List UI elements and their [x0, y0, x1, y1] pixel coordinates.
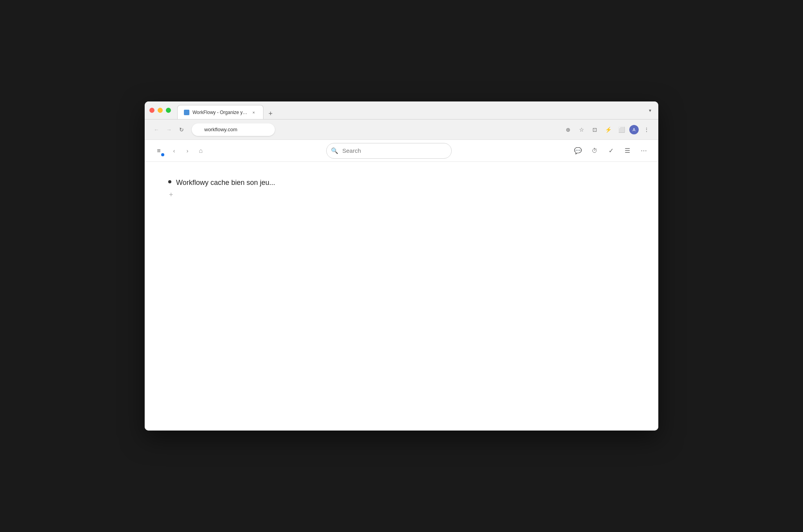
minimize-button[interactable] [158, 108, 163, 113]
active-tab[interactable]: WorkFlowy - Organize your b... × [177, 105, 263, 119]
comment-icon: 💬 [574, 147, 582, 154]
complete-button[interactable]: ✓ [604, 144, 618, 157]
sidebar-toggle-button[interactable]: ≡ [153, 145, 165, 157]
app-forward-icon: › [187, 147, 189, 154]
address-input[interactable] [192, 123, 275, 136]
app-back-icon: ‹ [173, 147, 175, 154]
chrome-menu-button[interactable]: ⋮ [641, 124, 652, 135]
profile-button[interactable]: A [629, 125, 639, 134]
app-forward-button[interactable]: › [182, 145, 193, 157]
star-icon: ☆ [579, 127, 584, 133]
add-item-button[interactable]: + [168, 191, 635, 198]
tab-close-button[interactable]: × [251, 109, 257, 116]
bookmark-star-button[interactable]: ☆ [576, 124, 587, 135]
more-options-button[interactable]: ⋯ [637, 144, 650, 157]
new-tab-button[interactable]: + [265, 108, 276, 119]
extension-icon: ⚡ [605, 127, 612, 133]
search-input[interactable] [326, 143, 452, 159]
bookmark-list-button[interactable]: ⊡ [589, 124, 600, 135]
tabs-area: WorkFlowy - Organize your b... × + [177, 101, 647, 119]
hamburger-icon: ≡ [157, 147, 160, 154]
list-view-button[interactable]: ☰ [621, 144, 634, 157]
notification-dot [161, 153, 164, 156]
extension-button[interactable]: ⚡ [603, 124, 614, 135]
chrome-dropdown-button[interactable]: ▾ [647, 107, 654, 114]
zoom-icon: ⊕ [566, 127, 570, 133]
profile-label: A [632, 127, 635, 132]
history-icon: ⏱ [592, 147, 598, 154]
maximize-button[interactable] [166, 108, 171, 113]
browser-window: WorkFlowy - Organize your b... × + ▾ ← →… [145, 101, 658, 431]
search-icon: 🔍 [331, 147, 338, 154]
chrome-controls: ▾ [647, 107, 654, 114]
list-icon: ☰ [625, 147, 630, 154]
back-button[interactable]: ← [151, 124, 162, 135]
app-back-button[interactable]: ‹ [168, 145, 180, 157]
tab-title: WorkFlowy - Organize your b... [193, 110, 247, 115]
zoom-button[interactable]: ⊕ [563, 124, 574, 135]
ellipsis-icon: ⋯ [641, 147, 647, 154]
history-button[interactable]: ⏱ [588, 144, 601, 157]
add-icon: + [169, 191, 173, 198]
bullet-item: Workflowy cache bien son jeu... [168, 177, 635, 188]
bookmark-icon: ⊡ [592, 127, 597, 133]
tab-favicon [184, 110, 189, 115]
bullet-text[interactable]: Workflowy cache bien son jeu... [176, 177, 275, 188]
address-bar: ← → ↻ 🔒 ⊕ ☆ ⊡ ⚡ [145, 119, 658, 140]
app-nav-buttons: ‹ › [168, 145, 193, 157]
bullet-dot [168, 180, 171, 183]
title-bar: WorkFlowy - Organize your b... × + ▾ [145, 101, 658, 119]
home-icon: ⌂ [199, 147, 203, 154]
checkmark-icon: ✓ [609, 147, 614, 154]
split-view-button[interactable]: ⬜ [616, 124, 627, 135]
window-controls [149, 108, 171, 113]
main-content: Workflowy cache bien son jeu... + [145, 162, 658, 431]
close-button[interactable] [149, 108, 154, 113]
forward-button[interactable]: → [164, 124, 174, 135]
address-wrapper: 🔒 [192, 123, 558, 136]
search-input-wrapper: 🔍 [326, 143, 452, 159]
browser-actions: ⊕ ☆ ⊡ ⚡ ⬜ A ⋮ [563, 124, 652, 135]
chrome-menu-icon: ⋮ [644, 127, 649, 133]
split-icon: ⬜ [618, 127, 625, 133]
app-toolbar: ≡ ‹ › ⌂ 🔍 💬 ⏱ [145, 140, 658, 162]
comment-button[interactable]: 💬 [571, 144, 585, 157]
app-actions: 💬 ⏱ ✓ ☰ ⋯ [571, 144, 650, 157]
search-box: 🔍 [207, 143, 571, 159]
home-button[interactable]: ⌂ [195, 145, 207, 157]
reload-button[interactable]: ↻ [176, 124, 187, 135]
